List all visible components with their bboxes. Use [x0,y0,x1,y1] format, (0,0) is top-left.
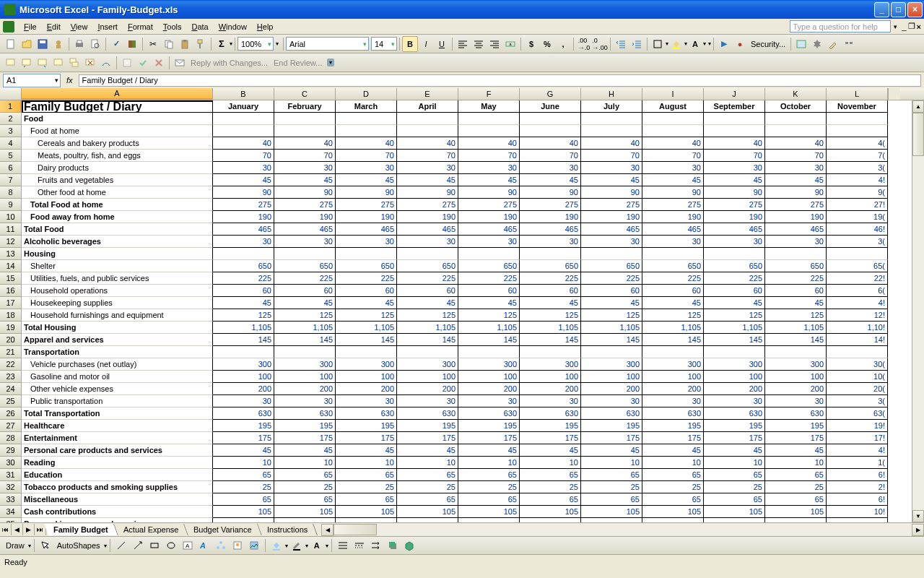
cell-C11[interactable]: 465 [274,223,336,236]
copy-button[interactable] [161,36,177,52]
cell-K33[interactable]: 65 [765,493,827,506]
cell-K1[interactable]: October [765,100,827,113]
cell-I8[interactable]: 90 [642,186,704,199]
cell-F4[interactable]: 40 [458,137,520,150]
row-header-9[interactable]: 9 [0,199,22,211]
shadow-style-button[interactable] [385,538,401,553]
cells-area[interactable]: Family Budget / DiaryJanuaryFebruaryMarc… [22,100,912,522]
cell-F6[interactable]: 30 [458,162,520,174]
cell-H28[interactable]: 175 [581,432,642,444]
cell-a13[interactable]: Housing [22,248,213,260]
cell-J17[interactable]: 45 [704,297,765,309]
cell-a15[interactable]: Utilities, fuels, and public services [22,272,213,285]
cell-F15[interactable]: 225 [458,272,520,285]
cell-L21[interactable] [827,346,888,358]
cell-E16[interactable]: 60 [397,285,458,297]
cell-K15[interactable]: 225 [765,272,827,285]
row-header-26[interactable]: 26 [0,407,22,420]
cell-C18[interactable]: 125 [274,309,336,322]
cell-D4[interactable]: 40 [336,137,397,150]
cell-a3[interactable]: Food at home [22,125,213,137]
cell-B12[interactable]: 30 [213,236,274,248]
show-comment-button[interactable] [51,55,66,71]
cell-L15[interactable]: 22! [827,272,888,285]
cell-B7[interactable]: 45 [213,174,274,186]
row-header-35[interactable]: 35 [0,518,22,522]
cell-H32[interactable]: 25 [581,481,642,493]
row-header-15[interactable]: 15 [0,272,22,285]
cell-B23[interactable]: 100 [213,371,274,383]
horizontal-scrollbar[interactable]: ◀ ▶ [321,524,924,536]
linecolor-dropdown-icon[interactable]: ▾ [305,543,308,549]
cell-L20[interactable]: 14! [827,334,888,346]
cell-G30[interactable]: 10 [520,457,581,469]
oval-button[interactable] [163,538,179,553]
line-button[interactable] [113,538,129,553]
cell-G10[interactable]: 190 [520,211,581,223]
draw-menu[interactable]: Draw [3,541,27,550]
cell-D31[interactable]: 65 [336,469,397,481]
cell-L17[interactable]: 4! [827,297,888,309]
cell-a1[interactable]: Family Budget / Diary [22,100,213,113]
cell-a10[interactable]: Food away from home [22,211,213,223]
cell-F5[interactable]: 70 [458,150,520,162]
cell-B14[interactable]: 650 [213,260,274,272]
cell-a4[interactable]: Cereals and bakery products [22,137,213,150]
col-header-G[interactable]: G [520,88,581,100]
cell-F31[interactable]: 65 [458,469,520,481]
cell-L4[interactable]: 4( [827,137,888,150]
cell-I12[interactable]: 30 [642,236,704,248]
cell-E8[interactable]: 90 [397,186,458,199]
cell-K10[interactable]: 190 [765,211,827,223]
cell-C29[interactable]: 45 [274,444,336,457]
cell-K14[interactable]: 650 [765,260,827,272]
cell-H29[interactable]: 45 [581,444,642,457]
save-button[interactable] [35,36,51,52]
cell-H23[interactable]: 100 [581,371,642,383]
cell-H6[interactable]: 30 [581,162,642,174]
cell-I27[interactable]: 195 [642,420,704,432]
name-box[interactable]: A1 [3,74,61,87]
cell-L14[interactable]: 65( [827,260,888,272]
cell-J15[interactable]: 225 [704,272,765,285]
vertical-scrollbar[interactable]: ▲ ▼ [912,100,924,522]
cell-G34[interactable]: 105 [520,506,581,518]
new-button[interactable] [3,36,19,52]
cell-F22[interactable]: 300 [458,358,520,371]
textbox-button[interactable]: A [180,538,196,553]
hscroll-thumb[interactable] [334,524,377,535]
cell-C35[interactable] [274,518,336,522]
row-header-6[interactable]: 6 [0,162,22,174]
cell-L11[interactable]: 46! [827,223,888,236]
track-changes-button[interactable] [119,55,135,71]
permission-button[interactable] [51,36,66,52]
cell-B32[interactable]: 25 [213,481,274,493]
cell-F19[interactable]: 1,105 [458,322,520,334]
cell-L32[interactable]: 2! [827,481,888,493]
row-header-18[interactable]: 18 [0,309,22,322]
cell-J10[interactable]: 190 [704,211,765,223]
cell-I30[interactable]: 10 [642,457,704,469]
doc-minimize-button[interactable]: _ [902,22,906,31]
cell-L19[interactable]: 1,10! [827,322,888,334]
spelling-button[interactable]: ✓ [108,36,124,52]
cell-G26[interactable]: 630 [520,407,581,420]
bold-button[interactable]: B [402,36,418,52]
cell-I29[interactable]: 45 [642,444,704,457]
cell-D34[interactable]: 105 [336,506,397,518]
cell-D30[interactable]: 10 [336,457,397,469]
cell-J23[interactable]: 100 [704,371,765,383]
cell-a9[interactable]: Total Food at home [22,199,213,211]
cell-H33[interactable]: 65 [581,493,642,506]
cell-a18[interactable]: Household furnishings and equipment [22,309,213,322]
cell-F26[interactable]: 630 [458,407,520,420]
cell-D21[interactable] [336,346,397,358]
cell-C19[interactable]: 1,105 [274,322,336,334]
cell-D23[interactable]: 100 [336,371,397,383]
cell-D32[interactable]: 25 [336,481,397,493]
row-header-13[interactable]: 13 [0,248,22,260]
cell-C12[interactable]: 30 [274,236,336,248]
cell-F33[interactable]: 65 [458,493,520,506]
cell-G31[interactable]: 65 [520,469,581,481]
cell-I1[interactable]: August [642,100,704,113]
